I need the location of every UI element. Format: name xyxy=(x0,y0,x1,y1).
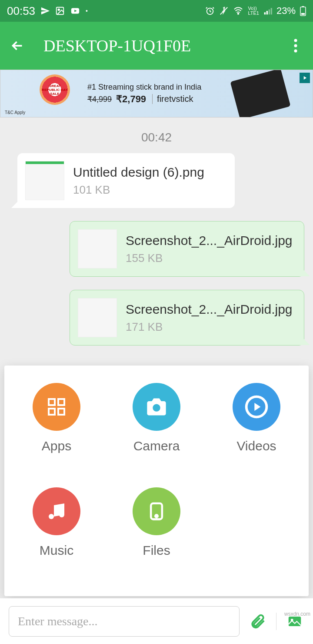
status-bar: 00:53 • Vo))LTE1 23% xyxy=(0,0,313,22)
svg-rect-7 xyxy=(266,11,268,14)
svg-point-1 xyxy=(58,9,60,10)
volte-icon: Vo))LTE1 xyxy=(248,6,259,16)
input-bar: Enter message... xyxy=(0,598,313,644)
status-time: 00:53 xyxy=(7,4,35,18)
file-thumbnail xyxy=(78,229,117,268)
svg-rect-18 xyxy=(49,409,55,415)
attach-label: Videos xyxy=(236,439,276,453)
file-size: 155 KB xyxy=(126,252,296,265)
more-button[interactable] xyxy=(287,37,304,54)
svg-point-25 xyxy=(155,515,158,517)
dot-icon: • xyxy=(86,7,88,14)
ad-brand: firetvstick xyxy=(152,94,193,104)
ad-new-price: ₹2,799 xyxy=(116,94,146,105)
message-incoming[interactable]: Untitled design (6).png 101 KB xyxy=(17,153,235,208)
image-icon xyxy=(55,6,65,16)
videos-icon xyxy=(233,383,280,431)
signal-icon xyxy=(263,7,272,15)
chat-area: 00:42 Untitled design (6).png 101 KB Scr… xyxy=(0,117,313,401)
camera-icon xyxy=(133,383,180,431)
attach-files[interactable]: Files xyxy=(113,487,200,579)
svg-point-22 xyxy=(49,514,54,519)
ad-play-icon[interactable] xyxy=(300,73,310,83)
apps-icon xyxy=(33,383,80,431)
svg-point-15 xyxy=(294,50,297,53)
battery-percent: 23% xyxy=(276,5,296,17)
music-icon xyxy=(33,487,80,535)
file-name: Screenshot_2..._AirDroid.jpg xyxy=(126,233,296,248)
battery-icon xyxy=(300,6,306,16)
files-icon xyxy=(133,487,180,535)
svg-rect-17 xyxy=(58,399,64,405)
file-thumbnail xyxy=(78,298,117,337)
attach-label: Files xyxy=(143,543,170,558)
attachment-panel: Apps Camera Videos Music Files xyxy=(4,366,309,596)
svg-point-13 xyxy=(294,39,297,42)
ad-banner[interactable]: GREAT REPUBLIC DAY SALE T&C Apply #1 Str… xyxy=(0,70,313,117)
attach-label: Apps xyxy=(42,439,71,453)
attach-apps[interactable]: Apps xyxy=(13,383,100,474)
svg-rect-11 xyxy=(302,6,304,7)
file-size: 101 KB xyxy=(73,183,227,197)
watermark: wsxdn.com xyxy=(284,611,310,617)
svg-rect-16 xyxy=(49,399,55,405)
svg-rect-6 xyxy=(264,12,266,14)
svg-point-20 xyxy=(153,404,160,412)
svg-rect-9 xyxy=(271,8,272,14)
file-name: Screenshot_2..._AirDroid.jpg xyxy=(126,302,296,317)
svg-rect-26 xyxy=(289,616,301,626)
vibrate-icon xyxy=(219,6,229,16)
svg-rect-8 xyxy=(269,10,270,15)
alarm-icon xyxy=(205,6,215,16)
attach-label: Camera xyxy=(133,439,180,453)
file-thumbnail xyxy=(25,161,64,200)
app-bar: DESKTOP-1UQ1F0E xyxy=(0,22,313,70)
time-separator: 00:42 xyxy=(0,131,313,144)
wifi-icon xyxy=(233,6,243,16)
send-icon xyxy=(40,6,50,16)
ad-terms: T&C Apply xyxy=(5,110,25,115)
ad-text: #1 Streaming stick brand in India ₹4,999… xyxy=(87,83,201,105)
ad-product-image xyxy=(230,70,290,117)
attach-videos[interactable]: Videos xyxy=(213,383,300,474)
svg-point-5 xyxy=(238,13,239,14)
page-title: DESKTOP-1UQ1F0E xyxy=(43,36,287,55)
ad-badge: GREAT REPUBLIC DAY SALE xyxy=(40,74,70,105)
ad-tagline: #1 Streaming stick brand in India xyxy=(87,83,201,92)
attach-button[interactable] xyxy=(248,612,267,631)
svg-rect-19 xyxy=(58,409,64,415)
separator xyxy=(276,613,276,630)
youtube-icon xyxy=(70,6,80,16)
svg-point-14 xyxy=(294,44,297,47)
svg-rect-12 xyxy=(301,13,305,15)
message-outgoing[interactable]: Screenshot_2..._AirDroid.jpg 155 KB xyxy=(70,221,304,277)
attach-camera[interactable]: Camera xyxy=(113,383,200,474)
message-outgoing[interactable]: Screenshot_2..._AirDroid.jpg 171 KB xyxy=(70,290,304,345)
message-input[interactable]: Enter message... xyxy=(9,606,240,637)
ad-old-price: ₹4,999 xyxy=(87,94,112,104)
attach-label: Music xyxy=(40,543,73,558)
attach-music[interactable]: Music xyxy=(13,487,100,579)
back-button[interactable] xyxy=(9,37,26,54)
svg-point-23 xyxy=(59,512,64,517)
file-name: Untitled design (6).png xyxy=(73,165,227,180)
file-size: 171 KB xyxy=(126,320,296,334)
